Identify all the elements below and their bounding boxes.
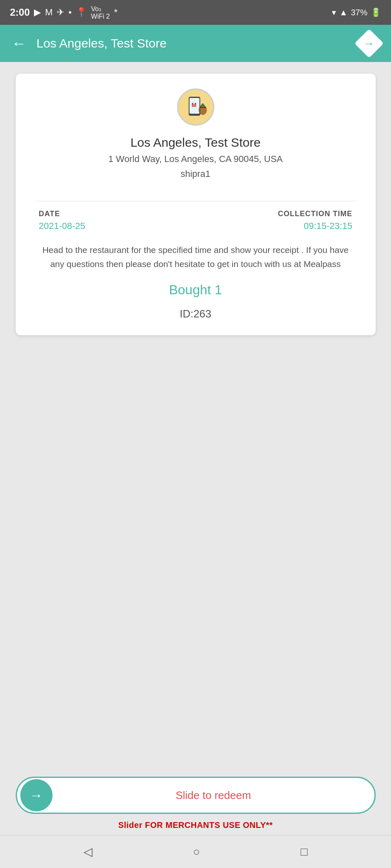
collection-time-block: COLLECTION TIME 09:15-23:15 (278, 210, 353, 231)
date-value: 2021-08-25 (39, 221, 86, 231)
navigation-icon: → (364, 37, 374, 50)
navigation-button[interactable]: → (355, 29, 384, 58)
store-user: shipra1 (180, 169, 210, 179)
slide-redeem-button[interactable]: → Slide to redeem (16, 777, 376, 814)
date-block: DATE 2021-08-25 (39, 210, 86, 231)
recent-nav-icon[interactable]: □ (301, 845, 308, 858)
youtube-icon: ▶ (34, 7, 41, 18)
store-logo: M (177, 88, 214, 126)
collection-time-label: COLLECTION TIME (278, 210, 353, 218)
svg-text:M: M (192, 102, 197, 108)
wifi-icon: ▾ (332, 7, 336, 17)
main-content: M Los Angeles, Test Store 1 World Way, L… (0, 62, 391, 767)
slide-handle[interactable]: → (20, 779, 53, 811)
android-nav-bar: ◁ ○ □ (0, 835, 391, 868)
divider-1 (36, 201, 356, 201)
status-bar: 2:00 ▶ M ✈ • 📍 Vo₁WiFi 2 * ▾ ▲ 37% 🔋 (0, 0, 391, 25)
receipt-card: M Los Angeles, Test Store 1 World Way, L… (16, 74, 376, 335)
store-address: 1 World Way, Los Angeles, CA 90045, USA (108, 154, 283, 165)
location-icon: 📍 (76, 7, 87, 18)
status-time: 2:00 (10, 7, 30, 18)
back-nav-icon[interactable]: ◁ (84, 845, 93, 858)
battery-percent: 37% (351, 8, 367, 17)
info-row: DATE 2021-08-25 COLLECTION TIME 09:15-23… (36, 210, 356, 231)
dot-icon: • (68, 7, 72, 18)
signal-icon: ▲ (339, 8, 348, 17)
bought-label: Bought 1 (169, 282, 222, 298)
home-nav-icon[interactable]: ○ (193, 845, 200, 858)
svg-point-3 (199, 105, 207, 115)
collection-time-value: 09:15-23:15 (304, 221, 352, 231)
slide-handle-arrow-icon: → (30, 788, 43, 803)
bottom-section: → Slide to redeem Slider FOR MERCHANTS U… (0, 767, 391, 835)
gmail-icon: M (45, 7, 53, 18)
bluetooth-icon: * (114, 7, 118, 18)
merchant-notice: Slider FOR MERCHANTS USE ONLY** (118, 820, 273, 835)
instructions-text: Head to the restaurant for the specified… (36, 243, 356, 271)
wifi-calling-icon: Vo₁WiFi 2 (91, 5, 110, 20)
battery-icon: 🔋 (371, 7, 381, 17)
app-bar-title: Los Angeles, Test Store (36, 36, 349, 50)
status-bar-left: 2:00 ▶ M ✈ • 📍 Vo₁WiFi 2 * (10, 5, 118, 20)
status-bar-right: ▾ ▲ 37% 🔋 (332, 7, 381, 17)
receipt-id: ID:263 (180, 308, 211, 320)
telegram-icon: ✈ (57, 7, 64, 18)
app-bar: ← Los Angeles, Test Store → (0, 25, 391, 62)
slide-text: Slide to redeem (53, 789, 374, 802)
date-label: DATE (39, 210, 86, 218)
back-button[interactable]: ← (12, 35, 26, 52)
store-name: Los Angeles, Test Store (130, 136, 261, 150)
